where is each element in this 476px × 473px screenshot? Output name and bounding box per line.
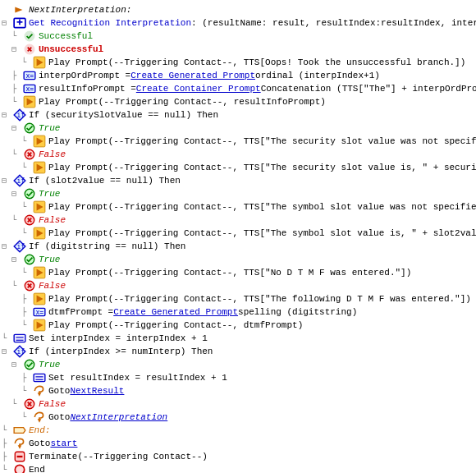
svg-marker-64 (14, 428, 25, 434)
tree-line: └End (2, 463, 474, 473)
tree-line: ⊟Unsuccessful (2, 43, 474, 56)
line-text: If (securitySlotValue == null) Then (29, 108, 218, 122)
tree-glyph: ⊟ (11, 187, 23, 200)
svg-marker-63 (38, 419, 42, 423)
indent-spacer (2, 43, 11, 56)
svg-text:x=: x= (25, 72, 34, 80)
if-icon: if (13, 240, 26, 253)
line-text: If (slot2value == null) Then (29, 174, 181, 187)
tree-line: ├x=resultInfoPrompt = Create Container P… (2, 82, 474, 95)
line-text: False (39, 214, 66, 227)
play-icon (33, 266, 46, 279)
tree-line: └Play Prompt (--Triggering Contact--, TT… (2, 161, 474, 174)
indent-spacer (2, 161, 11, 174)
tree-glyph: ├ (11, 69, 23, 82)
line-suffix: (--Triggering Contact--, TTS["The follow… (108, 292, 471, 305)
line-text: End (29, 463, 45, 473)
tree-glyph: └ (21, 135, 33, 148)
tree-glyph: ├ (2, 437, 13, 450)
tree-line: NextInterpretation: (2, 3, 474, 16)
indent-spacer (2, 411, 11, 424)
tree-glyph: ⊟ (11, 253, 23, 266)
indent-spacer (11, 56, 21, 69)
line-suffix: (--Triggering Contact--, TTS[Oops! Took … (108, 56, 466, 69)
tree-line: ├x=interpOrdPrompt = Create Generated Pr… (2, 69, 474, 82)
indent-spacer (2, 122, 11, 135)
tree-line: ├x=dtmfPrompt = Create Generated Prompt … (2, 305, 474, 319)
tree-glyph: ⊟ (11, 43, 23, 56)
tree-line: └Play Prompt (--Triggering Contact--, TT… (2, 266, 474, 279)
line-text: If (digitstring == null) Then (29, 240, 185, 253)
indent-spacer (2, 200, 11, 214)
indent-spacer (2, 82, 11, 95)
indent-spacer (2, 358, 11, 371)
line-link-suffix: spelling (digitstring) (238, 305, 357, 319)
line-link[interactable]: NextResult (70, 384, 124, 397)
line-text: interpOrdPrompt = (39, 69, 130, 82)
indent-spacer (2, 253, 11, 266)
line-link[interactable]: Create Generated Prompt (113, 305, 238, 319)
indent-spacer (2, 56, 11, 69)
line-text: Play Prompt (48, 292, 108, 305)
line-text: True (39, 187, 60, 200)
tree-line: └Play Prompt (--Triggering Contact--, re… (2, 95, 474, 108)
svg-rect-50 (14, 334, 25, 342)
svg-text:if: if (17, 348, 25, 356)
false-icon (23, 279, 36, 292)
tree-glyph: ⊟ (2, 345, 13, 358)
indent-spacer (2, 214, 11, 227)
tree-glyph: └ (21, 161, 33, 174)
line-text: True (39, 253, 60, 266)
indent-spacer (11, 371, 21, 384)
true-icon (23, 253, 36, 266)
line-text: Terminate (29, 450, 77, 463)
line-suffix: (--Triggering Contact--, TTS["The securi… (108, 161, 476, 174)
tree-line: ├Goto start (2, 437, 474, 450)
tree-line: └Play Prompt (--Triggering Contact--, TT… (2, 200, 474, 214)
indent-spacer (2, 69, 11, 82)
line-text: Goto (48, 384, 70, 397)
indent-spacer (2, 384, 11, 397)
line-text: Get Recognition Interpretation (29, 16, 191, 30)
tree-glyph: └ (21, 319, 33, 332)
line-link[interactable]: NextInterpretation (70, 411, 167, 424)
if-icon: if (13, 345, 26, 358)
tree-glyph: ⊟ (2, 240, 13, 253)
indent-spacer (2, 135, 11, 148)
tree-glyph: └ (21, 266, 33, 279)
line-text: End: (29, 424, 50, 437)
line-text: Play Prompt (48, 266, 108, 279)
var-icon: x= (23, 69, 36, 82)
true-icon (23, 122, 36, 135)
tree-glyph: ├ (21, 305, 33, 319)
false-icon (23, 148, 36, 161)
fail-icon (23, 43, 36, 56)
tree-line: └False (2, 148, 474, 161)
tree-glyph: ├ (2, 450, 13, 463)
tree-line: ├Play Prompt (--Triggering Contact--, TT… (2, 292, 474, 305)
play-icon (33, 56, 46, 69)
indent-spacer (2, 397, 11, 411)
line-text: False (39, 148, 66, 161)
tree-glyph: └ (11, 397, 23, 411)
indent-spacer (2, 148, 11, 161)
line-text: Play Prompt (39, 95, 98, 108)
indent-spacer (2, 371, 11, 384)
tree-glyph: ├ (21, 371, 33, 384)
tree-glyph: └ (11, 148, 23, 161)
line-link-suffix: ordinal (interpIndex+1) (255, 69, 380, 82)
tree-line: └End: (2, 424, 474, 437)
tree-glyph: ⊟ (2, 174, 13, 187)
svg-text:x=: x= (25, 85, 34, 93)
line-link[interactable]: Create Container Prompt (136, 82, 261, 95)
line-text: Set resultIndex = resultIndex + 1 (48, 371, 227, 384)
line-link[interactable]: Create Generated Prompt (130, 69, 255, 82)
svg-text:if: if (17, 112, 25, 119)
play-icon (33, 292, 46, 305)
play-icon (33, 135, 46, 148)
line-link[interactable]: start (50, 437, 77, 450)
line-suffix: (--Triggering Contact--, TTS["The symbol… (108, 227, 476, 240)
svg-marker-65 (18, 445, 22, 449)
tree-line: ⊟ifIf (digitstring == null) Then (2, 240, 474, 253)
tree-line: ⊟ifIf (slot2value == null) Then (2, 174, 474, 187)
